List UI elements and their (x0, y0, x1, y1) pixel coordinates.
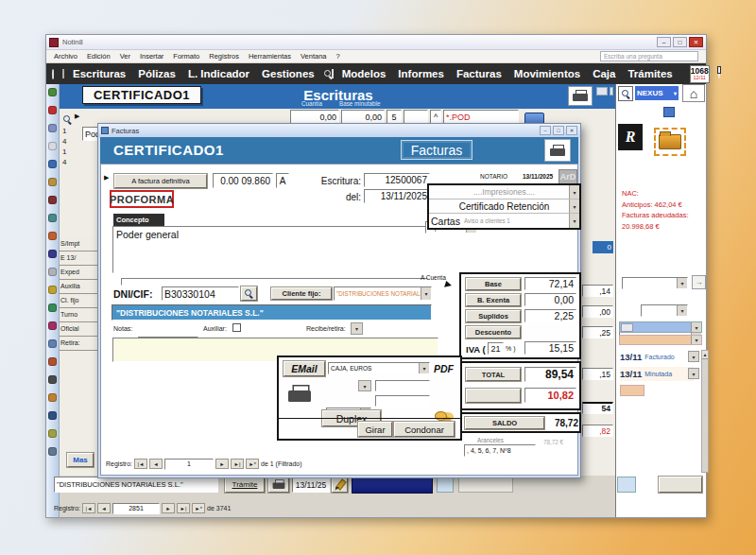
dialog-close-button[interactable]: ✕ (566, 126, 577, 135)
left-toolbar-icon-10[interactable] (48, 250, 57, 258)
chevron-down-icon[interactable] (677, 278, 687, 288)
toolbar-item-r-6[interactable]: Trámites (627, 68, 672, 79)
nexus-search-button[interactable] (618, 86, 633, 101)
minimize-button[interactable]: – (657, 37, 671, 47)
record-number-field[interactable]: 1 (164, 459, 214, 470)
next-record-button[interactable]: ► (215, 459, 229, 469)
prev-record-button[interactable]: ◄ (97, 503, 111, 513)
header-menu-icon[interactable] (610, 87, 613, 95)
dialog-title-bar[interactable]: Facturas – □ ✕ (98, 124, 580, 137)
chevron-down-icon[interactable] (419, 363, 429, 373)
menu-item-9[interactable]: ? (336, 52, 340, 61)
left-toolbar-icon-19[interactable] (48, 411, 57, 420)
dialog-minimize-button[interactable]: – (540, 126, 551, 135)
first-record-button[interactable]: |◄ (82, 503, 95, 513)
field-label-8[interactable]: Retira: (60, 337, 99, 351)
chevron-down-icon[interactable] (421, 287, 431, 300)
field-label-1[interactable]: S/Impt (60, 237, 99, 251)
aranceles-detail-field[interactable]: , 4, 5, 6, 7, Nº8 (464, 444, 536, 457)
empty-field[interactable] (404, 110, 428, 124)
left-toolbar-icon-4[interactable] (48, 142, 57, 150)
new-record-button[interactable]: ►* (246, 459, 259, 469)
event-row[interactable]: 13/11 Minutada (620, 367, 694, 381)
record-number-field[interactable]: 2851 (112, 503, 160, 514)
menu-item-7[interactable]: Herramientas (249, 52, 291, 61)
edit-button[interactable] (332, 477, 348, 493)
left-toolbar-icon-8[interactable] (48, 214, 57, 222)
fax-button[interactable] (268, 477, 289, 493)
chevron-down-icon[interactable]: ▾ (351, 322, 363, 335)
field-label-5[interactable]: Cl. fijo (60, 294, 99, 308)
certificado-retencion-row[interactable]: Certificado Retención (429, 199, 579, 214)
girar-button[interactable]: Girar (358, 422, 392, 437)
field-label-6[interactable]: Turno (60, 308, 99, 322)
left-toolbar-icon-13[interactable] (48, 304, 57, 312)
status-row-orange[interactable] (619, 335, 702, 345)
chevron-down-icon[interactable] (569, 185, 579, 199)
ard-button[interactable]: ArD (558, 169, 577, 184)
new-record-button[interactable]: ►* (192, 503, 205, 513)
toolbar-item-1[interactable]: Escrituras (73, 68, 126, 79)
last-record-button[interactable]: ►| (231, 459, 244, 469)
print-invoice-button[interactable] (288, 384, 303, 401)
row-search-icon[interactable] (62, 114, 73, 125)
left-toolbar-icon-15[interactable] (48, 339, 57, 348)
first-record-button[interactable]: |◄ (134, 459, 147, 469)
email-button[interactable]: EMail (284, 361, 325, 376)
chevron-down-icon[interactable]: ▾ (358, 380, 371, 391)
left-toolbar-icon-17[interactable] (48, 375, 57, 384)
mas-button[interactable]: Mas (67, 453, 94, 467)
suplidos-field[interactable]: 2,25 (524, 309, 576, 322)
cuantia-field[interactable]: 0,00 (290, 110, 339, 124)
tipo-field[interactable]: A (276, 173, 289, 188)
menu-item-2[interactable]: Edición (87, 52, 111, 61)
next-record-button[interactable]: ► (162, 503, 175, 513)
power-icon[interactable] (718, 69, 720, 78)
status-row-blue[interactable] (619, 321, 702, 333)
toolbar-item-r-5[interactable]: Caja (593, 68, 615, 79)
left-toolbar-icon-7[interactable] (48, 196, 57, 204)
left-toolbar-icon-18[interactable] (48, 393, 57, 402)
base-minutable-field[interactable]: 0,00 (341, 110, 385, 124)
left-toolbar-icon-2[interactable] (48, 106, 57, 114)
dni-search-button[interactable] (241, 286, 257, 301)
secondary-combo[interactable] (641, 304, 688, 317)
field-label-4[interactable]: Auxilia (60, 280, 99, 294)
fecha-factura-field[interactable]: 13/11/2025 (364, 189, 430, 203)
small-blue-button[interactable] (437, 477, 454, 493)
maximize-button[interactable]: □ (673, 37, 687, 47)
field-label-3[interactable]: Exped (60, 266, 99, 280)
a-factura-definitiva-button[interactable]: A factura definitiva (114, 174, 207, 188)
document-icon[interactable] (62, 69, 64, 78)
iva-pct-field[interactable]: 21 (488, 342, 504, 355)
iva-field[interactable]: 15,15 (524, 341, 576, 355)
print-button[interactable] (568, 86, 593, 106)
field-label-2[interactable]: E 13/ (60, 251, 99, 266)
envio-field-2[interactable] (375, 395, 430, 407)
chevron-down-icon[interactable] (569, 199, 579, 213)
left-toolbar-icon-11[interactable] (48, 268, 57, 276)
chevron-down-icon[interactable] (569, 214, 579, 228)
calendar-icon[interactable] (332, 69, 334, 78)
condonar-button[interactable]: Condonar (394, 422, 455, 437)
dialog-print-button[interactable] (544, 139, 571, 162)
dialog-restore-button[interactable]: □ (553, 126, 564, 135)
impresiones-option-row[interactable]: ....Impresiones.... (429, 185, 579, 199)
toolbar-item-r-4[interactable]: Movimientos (514, 68, 580, 79)
event-row[interactable]: 13/11 Facturado (620, 350, 694, 364)
base-field[interactable]: 72,14 (524, 277, 576, 290)
chevron-down-icon[interactable] (691, 322, 701, 332)
cliente-field[interactable]: "DISTRIBUCIONES NOTARIALES S.L." (54, 477, 218, 493)
escritura-field[interactable]: 12500067 (364, 173, 430, 187)
right-action-button[interactable] (659, 477, 702, 493)
fecha-field[interactable]: 13/11/25 (292, 477, 330, 493)
toolbar-item-r-2[interactable]: Informes (398, 68, 444, 79)
menu-item-3[interactable]: Ver (120, 52, 130, 61)
chevron-down-icon[interactable] (677, 305, 687, 316)
menu-item-6[interactable]: Registros (209, 52, 239, 61)
menu-item-8[interactable]: Ventana (301, 52, 327, 61)
toolbar-item-r-1[interactable]: Modelos (342, 68, 387, 79)
left-toolbar-icon-5[interactable] (48, 160, 57, 168)
open-folder-button[interactable] (654, 128, 686, 156)
exenta-field[interactable]: 0,00 (524, 293, 576, 306)
